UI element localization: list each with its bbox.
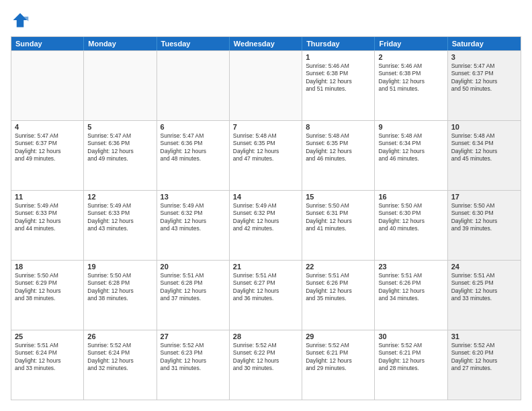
day-number: 13 (161, 193, 226, 201)
day-number: 31 (451, 332, 517, 340)
cell-text: Sunrise: 5:52 AMSunset: 6:23 PMDaylight:… (161, 342, 226, 373)
calendar-cell-21: 21Sunrise: 5:51 AMSunset: 6:27 PMDayligh… (230, 261, 302, 330)
cell-text: Sunrise: 5:49 AMSunset: 6:33 PMDaylight:… (15, 202, 80, 233)
cell-text: Sunrise: 5:48 AMSunset: 6:34 PMDaylight:… (451, 132, 517, 163)
day-number: 3 (451, 53, 517, 61)
logo (11, 11, 32, 30)
calendar-cell-8: 8Sunrise: 5:48 AMSunset: 6:35 PMDaylight… (302, 121, 375, 190)
cell-text: Sunrise: 5:49 AMSunset: 6:32 PMDaylight:… (233, 202, 298, 233)
cell-text: Sunrise: 5:48 AMSunset: 6:34 PMDaylight:… (378, 132, 443, 163)
day-number: 19 (87, 263, 152, 271)
cell-text: Sunrise: 5:46 AMSunset: 6:38 PMDaylight:… (306, 62, 371, 93)
day-number: 27 (161, 332, 226, 340)
calendar-row-2: 11Sunrise: 5:49 AMSunset: 6:33 PMDayligh… (11, 190, 521, 260)
day-number: 1 (306, 53, 371, 61)
calendar-cell-17: 17Sunrise: 5:50 AMSunset: 6:30 PMDayligh… (448, 191, 521, 260)
calendar-cell-30: 30Sunrise: 5:52 AMSunset: 6:21 PMDayligh… (375, 330, 447, 400)
day-number: 22 (306, 263, 371, 271)
page: SundayMondayTuesdayWednesdayThursdayFrid… (0, 0, 532, 411)
calendar-cell-12: 12Sunrise: 5:49 AMSunset: 6:33 PMDayligh… (84, 191, 157, 260)
logo-icon (11, 11, 30, 30)
calendar-cell-16: 16Sunrise: 5:50 AMSunset: 6:30 PMDayligh… (375, 191, 447, 260)
calendar-cell-27: 27Sunrise: 5:52 AMSunset: 6:23 PMDayligh… (157, 330, 230, 400)
day-number: 24 (451, 263, 517, 271)
calendar-cell-4: 4Sunrise: 5:47 AMSunset: 6:37 PMDaylight… (11, 121, 84, 190)
cell-text: Sunrise: 5:47 AMSunset: 6:37 PMDaylight:… (15, 132, 80, 163)
cell-text: Sunrise: 5:52 AMSunset: 6:22 PMDaylight:… (233, 342, 298, 373)
day-number: 28 (233, 332, 298, 340)
header-day-thursday: Thursday (302, 37, 375, 50)
calendar: SundayMondayTuesdayWednesdayThursdayFrid… (11, 36, 521, 400)
calendar-row-4: 25Sunrise: 5:51 AMSunset: 6:24 PMDayligh… (11, 330, 521, 400)
header-day-wednesday: Wednesday (230, 37, 302, 50)
cell-text: Sunrise: 5:50 AMSunset: 6:28 PMDaylight:… (87, 272, 152, 303)
cell-text: Sunrise: 5:50 AMSunset: 6:30 PMDaylight:… (378, 202, 443, 233)
day-number: 20 (161, 263, 226, 271)
cell-text: Sunrise: 5:52 AMSunset: 6:24 PMDaylight:… (87, 342, 152, 373)
day-number: 2 (378, 53, 443, 61)
calendar-header: SundayMondayTuesdayWednesdayThursdayFrid… (11, 37, 521, 50)
cell-text: Sunrise: 5:48 AMSunset: 6:35 PMDaylight:… (306, 132, 371, 163)
calendar-cell-13: 13Sunrise: 5:49 AMSunset: 6:32 PMDayligh… (157, 191, 230, 260)
svg-marker-0 (13, 13, 28, 28)
header-day-tuesday: Tuesday (157, 37, 230, 50)
cell-text: Sunrise: 5:51 AMSunset: 6:24 PMDaylight:… (15, 342, 80, 373)
header (11, 11, 521, 30)
calendar-cell-3: 3Sunrise: 5:47 AMSunset: 6:37 PMDaylight… (448, 51, 521, 120)
day-number: 17 (451, 193, 517, 201)
day-number: 4 (15, 123, 80, 131)
day-number: 26 (87, 332, 152, 340)
calendar-cell-5: 5Sunrise: 5:47 AMSunset: 6:36 PMDaylight… (84, 121, 157, 190)
calendar-cell-15: 15Sunrise: 5:50 AMSunset: 6:31 PMDayligh… (302, 191, 375, 260)
calendar-cell-19: 19Sunrise: 5:50 AMSunset: 6:28 PMDayligh… (84, 261, 157, 330)
calendar-cell-31: 31Sunrise: 5:52 AMSunset: 6:20 PMDayligh… (448, 330, 521, 400)
calendar-cell-25: 25Sunrise: 5:51 AMSunset: 6:24 PMDayligh… (11, 330, 84, 400)
cell-text: Sunrise: 5:51 AMSunset: 6:27 PMDaylight:… (233, 272, 298, 303)
cell-text: Sunrise: 5:50 AMSunset: 6:29 PMDaylight:… (15, 272, 80, 303)
calendar-cell-18: 18Sunrise: 5:50 AMSunset: 6:29 PMDayligh… (11, 261, 84, 330)
header-day-monday: Monday (84, 37, 157, 50)
cell-text: Sunrise: 5:47 AMSunset: 6:37 PMDaylight:… (451, 62, 517, 93)
cell-text: Sunrise: 5:47 AMSunset: 6:36 PMDaylight:… (87, 132, 152, 163)
calendar-cell-11: 11Sunrise: 5:49 AMSunset: 6:33 PMDayligh… (11, 191, 84, 260)
header-day-sunday: Sunday (11, 37, 84, 50)
calendar-cell-1: 1Sunrise: 5:46 AMSunset: 6:38 PMDaylight… (302, 51, 375, 120)
calendar-row-0: 1Sunrise: 5:46 AMSunset: 6:38 PMDaylight… (11, 50, 521, 120)
day-number: 5 (87, 123, 152, 131)
calendar-cell-20: 20Sunrise: 5:51 AMSunset: 6:28 PMDayligh… (157, 261, 230, 330)
day-number: 18 (15, 263, 80, 271)
cell-text: Sunrise: 5:51 AMSunset: 6:26 PMDaylight:… (306, 272, 371, 303)
day-number: 11 (15, 193, 80, 201)
day-number: 8 (306, 123, 371, 131)
calendar-row-1: 4Sunrise: 5:47 AMSunset: 6:37 PMDaylight… (11, 120, 521, 190)
day-number: 9 (378, 123, 443, 131)
cell-text: Sunrise: 5:51 AMSunset: 6:28 PMDaylight:… (161, 272, 226, 303)
day-number: 6 (161, 123, 226, 131)
cell-text: Sunrise: 5:52 AMSunset: 6:21 PMDaylight:… (378, 342, 443, 373)
cell-text: Sunrise: 5:51 AMSunset: 6:25 PMDaylight:… (451, 272, 517, 303)
day-number: 21 (233, 263, 298, 271)
calendar-cell-6: 6Sunrise: 5:47 AMSunset: 6:36 PMDaylight… (157, 121, 230, 190)
calendar-cell-9: 9Sunrise: 5:48 AMSunset: 6:34 PMDaylight… (375, 121, 447, 190)
cell-text: Sunrise: 5:51 AMSunset: 6:26 PMDaylight:… (378, 272, 443, 303)
cell-text: Sunrise: 5:49 AMSunset: 6:32 PMDaylight:… (161, 202, 226, 233)
calendar-cell-10: 10Sunrise: 5:48 AMSunset: 6:34 PMDayligh… (448, 121, 521, 190)
cell-text: Sunrise: 5:48 AMSunset: 6:35 PMDaylight:… (233, 132, 298, 163)
calendar-cell-22: 22Sunrise: 5:51 AMSunset: 6:26 PMDayligh… (302, 261, 375, 330)
calendar-cell-23: 23Sunrise: 5:51 AMSunset: 6:26 PMDayligh… (375, 261, 447, 330)
day-number: 23 (378, 263, 443, 271)
day-number: 7 (233, 123, 298, 131)
day-number: 16 (378, 193, 443, 201)
calendar-cell-empty-0-3 (230, 51, 302, 120)
cell-text: Sunrise: 5:50 AMSunset: 6:30 PMDaylight:… (451, 202, 517, 233)
calendar-body: 1Sunrise: 5:46 AMSunset: 6:38 PMDaylight… (11, 50, 521, 400)
calendar-cell-7: 7Sunrise: 5:48 AMSunset: 6:35 PMDaylight… (230, 121, 302, 190)
calendar-cell-empty-0-2 (157, 51, 230, 120)
cell-text: Sunrise: 5:46 AMSunset: 6:38 PMDaylight:… (378, 62, 443, 93)
calendar-cell-empty-0-1 (84, 51, 157, 120)
cell-text: Sunrise: 5:52 AMSunset: 6:21 PMDaylight:… (306, 342, 371, 373)
day-number: 30 (378, 332, 443, 340)
calendar-cell-29: 29Sunrise: 5:52 AMSunset: 6:21 PMDayligh… (302, 330, 375, 400)
calendar-cell-2: 2Sunrise: 5:46 AMSunset: 6:38 PMDaylight… (375, 51, 447, 120)
calendar-cell-24: 24Sunrise: 5:51 AMSunset: 6:25 PMDayligh… (448, 261, 521, 330)
